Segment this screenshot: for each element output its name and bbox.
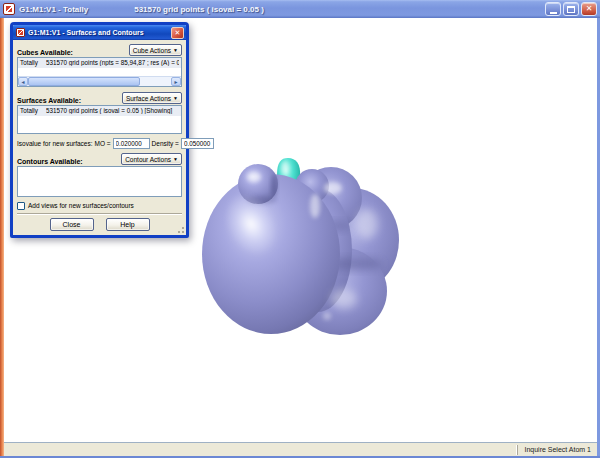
- surface-actions-button[interactable]: Surface Actions ▼: [122, 92, 182, 104]
- cubes-label: Cubes Available:: [17, 49, 73, 56]
- density-isovalue-input[interactable]: [181, 138, 214, 149]
- cube-row-details: 531570 grid points (npts = 85,94,87 ; re…: [46, 59, 179, 66]
- help-button[interactable]: Help: [106, 218, 150, 231]
- contours-label: Contours Available:: [17, 158, 83, 165]
- add-views-label: Add views for new surfaces/contours: [28, 202, 134, 209]
- status-text: Inquire Select Atom 1: [517, 445, 597, 455]
- contour-actions-button[interactable]: Contour Actions ▼: [121, 153, 182, 165]
- contour-actions-label: Contour Actions: [125, 156, 171, 163]
- surfaces-list-row[interactable]: Totally 531570 grid points ( isoval = 0.…: [18, 106, 181, 116]
- window-title-info: 531570 grid points ( isoval = 0.05 ): [134, 5, 264, 14]
- cubes-list: Totally 531570 grid points (npts = 85,94…: [17, 57, 182, 87]
- dropdown-arrow-icon: ▼: [173, 96, 178, 101]
- divider: [17, 213, 182, 215]
- desktop-background-sliver: [0, 18, 4, 458]
- scroll-left-button[interactable]: ◄: [18, 77, 28, 86]
- minimize-button[interactable]: [545, 2, 561, 16]
- minimize-icon: [550, 12, 557, 14]
- window-close-button[interactable]: ✕: [581, 2, 597, 16]
- dialog-body: Cubes Available: Cube Actions ▼ Totally …: [13, 40, 186, 235]
- resize-grip[interactable]: [177, 226, 185, 234]
- mo-label: MO =: [95, 140, 111, 147]
- close-icon: ✕: [586, 5, 593, 13]
- dialog-titlebar[interactable]: G1:M1:V1 - Surfaces and Contours ✕: [13, 25, 186, 40]
- dialog-close-button[interactable]: ✕: [171, 27, 184, 39]
- maximize-button[interactable]: [563, 2, 579, 16]
- dropdown-arrow-icon: ▼: [173, 157, 178, 162]
- window-titlebar[interactable]: G1:M1:V1 - Totally 531570 grid points ( …: [0, 0, 600, 18]
- app-icon: [3, 3, 15, 15]
- surface-row-name: Totally: [20, 107, 46, 114]
- dialog-title: G1:M1:V1 - Surfaces and Contours: [28, 29, 144, 36]
- maximize-icon: [567, 6, 575, 13]
- window-title: G1:M1:V1 - Totally: [19, 5, 88, 14]
- cubes-horizontal-scrollbar: ◄ ►: [18, 76, 181, 86]
- density-label: Density =: [152, 140, 179, 147]
- scroll-thumb[interactable]: [28, 77, 140, 86]
- cubes-list-row[interactable]: Totally 531570 grid points (npts = 85,94…: [18, 58, 181, 68]
- mo-isovalue-input[interactable]: [113, 138, 150, 149]
- dialog-icon: [16, 28, 25, 37]
- statusbar: Inquire Select Atom 1: [4, 442, 597, 456]
- close-button[interactable]: Close: [50, 218, 94, 231]
- surface-actions-label: Surface Actions: [126, 95, 171, 102]
- scroll-right-button[interactable]: ►: [171, 77, 181, 86]
- surfaces-contours-dialog: G1:M1:V1 - Surfaces and Contours ✕ Cubes…: [10, 22, 189, 238]
- isovalue-label: Isovalue for new surfaces:: [17, 140, 93, 147]
- surface-row-details: 531570 grid points ( isoval = 0.05 ) [Sh…: [46, 107, 179, 114]
- add-views-checkbox[interactable]: [17, 202, 25, 210]
- dropdown-arrow-icon: ▼: [173, 48, 178, 53]
- window-controls: ✕: [545, 2, 597, 16]
- surfaces-list: Totally 531570 grid points ( isoval = 0.…: [17, 105, 182, 134]
- scroll-track[interactable]: [140, 77, 171, 86]
- cube-row-name: Totally: [20, 59, 46, 66]
- cube-actions-button[interactable]: Cube Actions ▼: [129, 44, 182, 56]
- contours-list[interactable]: [17, 166, 182, 197]
- surfaces-label: Surfaces Available:: [17, 97, 81, 104]
- cube-actions-label: Cube Actions: [133, 47, 171, 54]
